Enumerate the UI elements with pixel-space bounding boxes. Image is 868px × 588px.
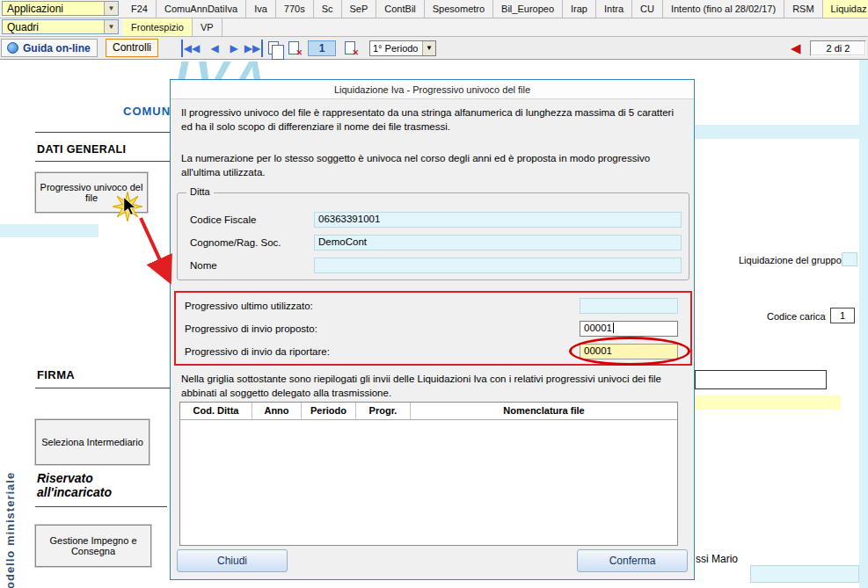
gestione-impegno-button[interactable]: Gestione Impegno e Consegna (35, 525, 151, 567)
controlli-button[interactable]: Controlli (106, 39, 158, 57)
delete-page-icon[interactable]: ✕ (288, 41, 299, 54)
divider (35, 506, 167, 507)
tab-vp[interactable]: VP (193, 18, 222, 36)
grid-header-cod-ditta: Cod. Ditta (180, 403, 252, 419)
progressivo-ultimo-label: Progressivo ultimo utilizzato: (185, 301, 313, 311)
dialog-paragraph-1: Il progressivo univoco del file è rappre… (181, 106, 685, 134)
dialog-paragraph-2: La numerazione per lo stesso soggetto è … (181, 152, 685, 179)
progressivo-proposto-field[interactable]: 00001 (580, 321, 678, 337)
quadri-dropdown[interactable]: Quadri ▼ (2, 19, 119, 34)
tab-rsm[interactable]: RSM (784, 0, 822, 18)
progressivo-dialog: Liquidazione Iva - Progressivo univoco d… (170, 79, 695, 580)
progressivo-univoco-button[interactable]: Progressivo univoco del file (35, 172, 148, 213)
conferma-button[interactable]: Conferma (577, 549, 688, 572)
invii-grid: Cod. Ditta Anno Periodo Progr. Nomenclat… (179, 402, 678, 546)
guida-online-label: Guida on-line (23, 42, 91, 54)
chevron-down-icon[interactable]: ▼ (422, 41, 435, 55)
tab-intra[interactable]: Intra (596, 0, 632, 18)
grid-caption: Nella griglia sottostante sono riepiloga… (181, 373, 687, 400)
grid-header-nomenclatura: Nomenclatura file (411, 403, 677, 419)
applicazioni-dropdown-value: Applicazioni (3, 2, 104, 15)
nome-label: Nome (190, 260, 217, 271)
tab-f24[interactable]: F24 (123, 0, 157, 18)
tab-irap[interactable]: Irap (563, 0, 596, 18)
applications-tab-bar: Applicazioni ▼ F24 ComuAnnDatiIva Iva 77… (0, 0, 868, 18)
quadri-tabs: Frontespizio VP (123, 18, 222, 36)
grid-header-progr: Progr. (356, 403, 411, 419)
grid-body-empty (180, 420, 677, 546)
comun-logo-text: COMUN (123, 105, 171, 118)
codice-carica-field[interactable]: 1 (830, 308, 855, 323)
globe-icon (7, 42, 18, 54)
grid-header-row: Cod. Ditta Anno Periodo Progr. Nomenclat… (180, 403, 677, 420)
liquidazione-gruppo-field[interactable] (842, 252, 857, 266)
red-x-icon: ✕ (352, 48, 359, 57)
codice-fiscale-label: Codice Fiscale (190, 214, 256, 225)
riservato-incaricato-label: Riservato all'incaricato (37, 471, 112, 499)
tab-cu[interactable]: CU (632, 0, 663, 18)
periodo-dropdown-value: 1° Periodo (370, 41, 422, 55)
nome-field[interactable] (314, 258, 682, 273)
cognome-rag-field[interactable]: DemoCont (314, 235, 682, 250)
ditta-legend: Ditta (186, 186, 214, 197)
chiudi-button[interactable]: Chiudi (177, 549, 288, 572)
riservato-line1: Riservato (37, 471, 112, 485)
red-x-icon: ✕ (295, 48, 303, 57)
application-tabs: F24 ComuAnnDatiIva Iva 770s Sc SeP ContB… (123, 0, 868, 18)
quadri-tab-bar: Quadri ▼ Frontespizio VP (0, 18, 868, 37)
tab-sc[interactable]: Sc (314, 0, 342, 18)
form-field[interactable] (750, 565, 859, 583)
tab-sep[interactable]: SeP (342, 0, 377, 18)
page-number-field[interactable]: 1 (308, 40, 336, 56)
form-right-strip (859, 60, 868, 588)
progressivo-riportare-label: Progressivo di invio da riportare: (185, 346, 330, 357)
tab-bil-europeo[interactable]: Bil_Europeo (493, 0, 563, 18)
dati-generali-title: DATI GENERALI (37, 143, 127, 156)
modello-ministeriale-label: odello ministeriale (4, 450, 17, 588)
form-input-field[interactable] (695, 370, 827, 389)
chevron-down-icon[interactable]: ▼ (104, 2, 118, 15)
form-field-strip (0, 224, 98, 237)
seleziona-intermediario-button[interactable]: Seleziona Intermediario (35, 419, 150, 465)
grid-header-anno: Anno (252, 403, 302, 419)
clear-page-icon[interactable]: ✕ (345, 41, 355, 54)
quadri-dropdown-value: Quadri (3, 20, 104, 33)
progressivo-proposto-value: 00001 (584, 323, 614, 333)
tab-liquidaz[interactable]: Liquidaz (823, 0, 868, 18)
tab-iva[interactable]: Iva (246, 0, 276, 18)
form-field-strip (695, 125, 859, 139)
divider (35, 388, 170, 388)
tab-spesometro[interactable]: Spesometro (425, 0, 493, 18)
divider (35, 161, 170, 162)
tab-comuanndatiiva[interactable]: ComuAnnDatiIva (157, 0, 246, 18)
intermediario-name-fragment: ssi Mario (696, 553, 738, 565)
tab-intento[interactable]: Intento (fino al 28/02/17) (663, 0, 784, 18)
app-window: Applicazioni ▼ F24 ComuAnnDatiIva Iva 77… (0, 0, 868, 588)
red-back-arrow-icon[interactable]: ◀ (791, 40, 801, 57)
guida-online-button[interactable]: Guida on-line (1, 39, 98, 57)
applicazioni-dropdown[interactable]: Applicazioni ▼ (2, 1, 119, 16)
progressivo-ultimo-field[interactable] (580, 298, 678, 314)
chevron-down-icon[interactable]: ▼ (104, 20, 118, 33)
periodo-dropdown[interactable]: 1° Periodo ▼ (369, 40, 436, 56)
riservato-line2: all'incaricato (37, 485, 112, 499)
codice-fiscale-field[interactable]: 06363391001 (314, 212, 682, 228)
tab-contbil[interactable]: ContBil (376, 0, 424, 18)
highlighted-field-strip[interactable] (695, 396, 841, 410)
firma-title: FIRMA (37, 368, 75, 381)
dialog-title: Liquidazione Iva - Progressivo univoco d… (171, 80, 694, 99)
divider (35, 132, 170, 133)
liquidazione-gruppo-label: Liquidazione del gruppo (739, 255, 838, 265)
cognome-rag-label: Cognome/Rag. Soc. (190, 237, 281, 248)
main-toolbar: Guida on-line Controlli ◀◀ ◀ ▶ ▶▶ ✕ 1 ✕ … (0, 37, 868, 60)
grid-header-periodo: Periodo (302, 403, 356, 419)
codice-carica-label: Codice carica (767, 311, 826, 322)
page-indicator: 2 di 2 (810, 40, 866, 56)
tab-frontespizio[interactable]: Frontespizio (123, 18, 193, 36)
tab-770s[interactable]: 770s (276, 0, 314, 18)
progressivo-proposto-label: Progressivo di invio proposto: (185, 323, 317, 334)
red-circle-annotation (569, 337, 690, 366)
